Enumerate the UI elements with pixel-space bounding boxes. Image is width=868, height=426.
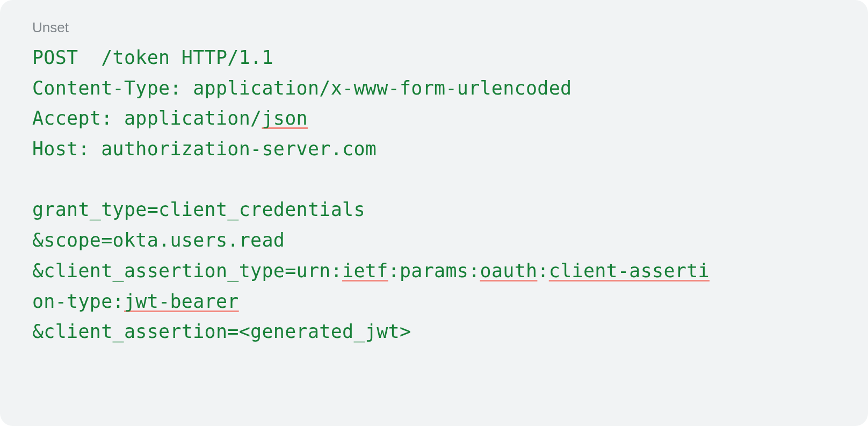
code-line-7: &scope=okta.users.read	[32, 229, 285, 251]
code-line-3a: Accept: application/	[32, 107, 262, 129]
language-label: Unset	[32, 19, 836, 36]
code-line-8e: :	[537, 260, 548, 281]
code-line-1: POST /token HTTP/1.1	[32, 47, 273, 68]
code-line-2: Content-Type: application/x-www-form-url…	[32, 77, 572, 99]
code-line-8c: :params:	[388, 260, 480, 281]
code-line-4: Host: authorization-server.com	[32, 138, 377, 160]
spellcheck-jwt-bearer: jwt-bearer	[124, 291, 239, 312]
code-line-10: &client_assertion=<generated_jwt>	[32, 321, 411, 342]
code-line-8a: &client_assertion_type=urn:	[32, 260, 342, 281]
code-line-9a: on-type:	[32, 291, 124, 312]
code-line-6: grant_type=client_credentials	[32, 199, 365, 220]
spellcheck-client-asserti: client-asserti	[549, 260, 710, 281]
spellcheck-oauth: oauth	[480, 260, 538, 281]
code-block: Unset POST /token HTTP/1.1 Content-Type:…	[0, 0, 868, 426]
spellcheck-json: json	[262, 107, 308, 129]
spellcheck-ietf: ietf	[342, 260, 388, 281]
code-content[interactable]: POST /token HTTP/1.1 Content-Type: appli…	[32, 42, 836, 347]
